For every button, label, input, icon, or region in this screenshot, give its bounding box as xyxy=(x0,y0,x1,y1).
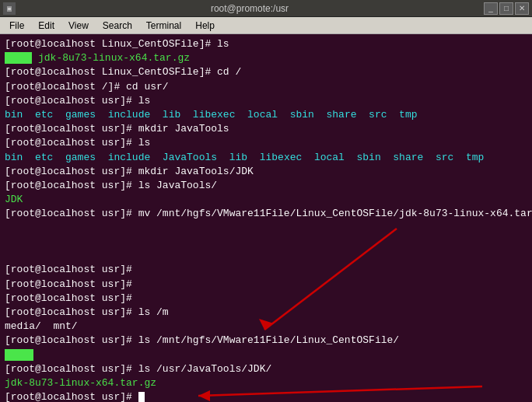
line-23: [root@localhost usr]# xyxy=(5,390,527,402)
menu-file[interactable]: File xyxy=(3,19,30,33)
line-11: [root@localhost usr]# ls JavaTools/ xyxy=(5,179,527,193)
line-15: [root@localhost usr]# xyxy=(5,278,527,292)
title-bar: ▣ root@promote:/usr _ □ ✕ xyxy=(0,0,532,17)
line-21: [root@localhost usr]# ls /usr/JavaTools/… xyxy=(5,362,527,376)
line-8: [root@localhost usr]# ls xyxy=(5,136,527,150)
close-button[interactable]: ✕ xyxy=(515,2,529,15)
menu-search[interactable]: Search xyxy=(96,19,138,33)
menu-terminal[interactable]: Terminal xyxy=(140,19,187,33)
line-18: media/ mnt/ xyxy=(5,320,527,334)
maximize-button[interactable]: □ xyxy=(499,2,513,15)
menu-view[interactable]: View xyxy=(62,19,95,33)
line-22: jdk-8u73-linux-x64.tar.gz xyxy=(5,376,527,390)
line-2: jdk-8u73-linux-x64.tar.gz xyxy=(5,51,527,65)
menu-bar: File Edit View Search Terminal Help xyxy=(0,17,532,34)
line-4: [root@localhost /]# cd usr/ xyxy=(5,80,527,94)
line-14: [root@localhost usr]# xyxy=(5,263,527,277)
line-13: [root@localhost usr]# mv /mnt/hgfs/VMwar… xyxy=(5,207,527,221)
terminal-area[interactable]: [root@localhost Linux_CentOSFile]# ls jd… xyxy=(0,34,532,402)
title-bar-left: ▣ xyxy=(3,2,16,15)
line-10: [root@localhost usr]# mkdir JavaTools/JD… xyxy=(5,165,527,179)
line-6: bin etc games include lib libexec local … xyxy=(5,108,527,122)
line-9: bin etc games include JavaTools lib libe… xyxy=(5,151,527,165)
line-17: [root@localhost usr]# ls /m xyxy=(5,306,527,320)
empty-3 xyxy=(5,249,527,263)
menu-edit[interactable]: Edit xyxy=(32,19,61,33)
terminal-icon: ▣ xyxy=(3,2,16,15)
line-3: [root@localhost Linux_CentOSFile]# cd / xyxy=(5,65,527,79)
line-19: [root@localhost usr]# ls /mnt/hgfs/VMwar… xyxy=(5,334,527,348)
minimize-button[interactable]: _ xyxy=(484,2,498,15)
empty-2 xyxy=(5,235,527,249)
line-16: [root@localhost usr]# xyxy=(5,292,527,306)
cursor xyxy=(138,392,145,402)
line-7: [root@localhost usr]# mkdir JavaTools xyxy=(5,122,527,136)
line-1: [root@localhost Linux_CentOSFile]# ls xyxy=(5,37,527,51)
window: ▣ root@promote:/usr _ □ ✕ File Edit View… xyxy=(0,0,532,402)
window-controls: _ □ ✕ xyxy=(484,2,529,15)
line-12: JDK xyxy=(5,193,527,207)
line-20 xyxy=(5,348,527,362)
empty-1 xyxy=(5,221,527,235)
window-title: root@promote:/usr xyxy=(16,3,484,14)
line-5: [root@localhost usr]# ls xyxy=(5,94,527,108)
menu-help[interactable]: Help xyxy=(189,19,221,33)
